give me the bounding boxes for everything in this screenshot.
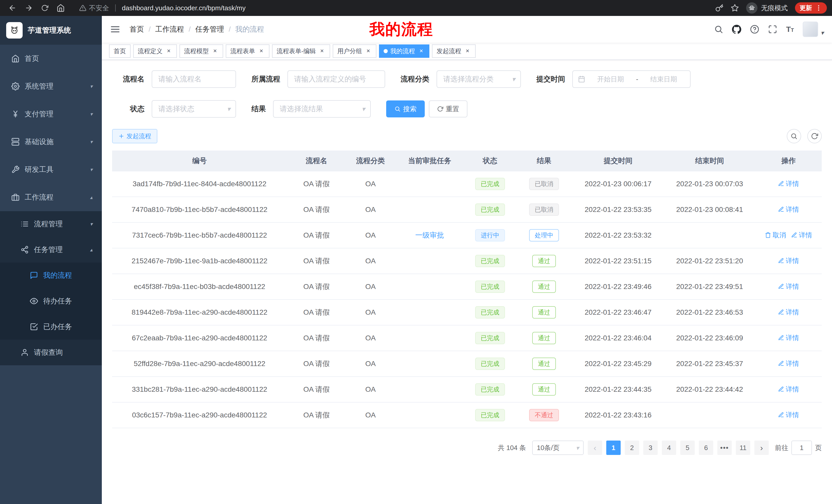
toggle-search-button[interactable] xyxy=(787,129,801,143)
page-button-3[interactable]: 3 xyxy=(643,441,658,455)
tab-item-3[interactable]: 流程表单 xyxy=(226,45,269,58)
sidebar-item-done-tasks[interactable]: 已办任务 xyxy=(0,314,102,340)
pagination-prev[interactable] xyxy=(588,441,602,455)
cell-end-time xyxy=(664,222,755,248)
avatar[interactable] xyxy=(803,22,818,37)
browser-update-button[interactable]: 更新 xyxy=(795,2,827,13)
search-button[interactable]: 搜索 xyxy=(386,101,425,117)
search-button-label: 搜索 xyxy=(403,105,417,114)
sidebar-item-todo-tasks[interactable]: 待办任务 xyxy=(0,288,102,314)
gear-icon xyxy=(11,82,20,90)
detail-link[interactable]: 详情 xyxy=(778,411,799,419)
goto-page-input[interactable] xyxy=(791,441,812,455)
status-badge: 进行中 xyxy=(475,229,505,242)
tab-item-7[interactable]: 发起流程 xyxy=(432,45,476,58)
sidebar-item-payment[interactable]: 支付管理 xyxy=(0,100,102,128)
breadcrumb-item[interactable]: 任务管理 xyxy=(196,24,224,34)
detail-link[interactable]: 详情 xyxy=(778,256,799,265)
tab-item-4[interactable]: 流程表单-编辑 xyxy=(272,45,330,58)
github-icon[interactable] xyxy=(732,25,741,34)
detail-link[interactable]: 详情 xyxy=(778,179,799,188)
sidebar-item-task-mgmt[interactable]: 任务管理 xyxy=(0,237,102,262)
cell-category: OA xyxy=(346,171,395,197)
pagination-next[interactable] xyxy=(754,441,769,455)
submit-time-range-picker[interactable]: 开始日期 - 结束日期 xyxy=(572,71,691,88)
refresh-table-button[interactable] xyxy=(807,129,822,143)
tab-close-icon[interactable] xyxy=(365,48,372,55)
sidebar-item-workflow[interactable]: 工作流程 xyxy=(0,184,102,211)
tab-close-icon[interactable] xyxy=(464,48,471,55)
password-key-icon[interactable] xyxy=(715,4,724,12)
detail-link[interactable]: 详情 xyxy=(778,205,799,214)
approval-task-link[interactable]: 一级审批 xyxy=(415,231,444,239)
tab-item-0[interactable]: 首页 xyxy=(109,45,131,58)
tab-close-icon[interactable] xyxy=(211,48,218,55)
cell-category: OA xyxy=(346,402,395,428)
page-button-11[interactable]: 11 xyxy=(736,441,750,455)
tab-close-icon[interactable] xyxy=(165,48,172,55)
detail-link[interactable]: 详情 xyxy=(778,333,799,342)
sidebar-item-my-process[interactable]: 我的流程 xyxy=(0,262,102,288)
bookmark-star-icon[interactable] xyxy=(731,4,739,12)
status-select[interactable]: 请选择状态 xyxy=(152,100,236,118)
user-menu[interactable] xyxy=(803,22,824,37)
tab-label: 流程表单-编辑 xyxy=(277,47,316,55)
cancel-link[interactable]: 取消 xyxy=(765,231,786,240)
table-row: 67c2eaab-7b9a-11ec-a290-acde48001122OA 请… xyxy=(112,325,822,351)
cell-status: 已完成 xyxy=(464,300,516,325)
sidebar-item-home[interactable]: 首页 xyxy=(0,45,102,73)
result-select[interactable]: 请选择流结果 xyxy=(273,100,371,118)
page-size-select[interactable]: 10条/页 xyxy=(532,441,583,455)
browser-home-icon[interactable] xyxy=(57,4,65,12)
page-button-4[interactable]: 4 xyxy=(662,441,676,455)
reset-button[interactable]: 重置 xyxy=(429,101,467,117)
breadcrumb-item[interactable]: 首页 xyxy=(130,24,144,34)
cell-id: 331bc281-7b9a-11ec-a290-acde48001122 xyxy=(112,376,287,402)
tab-item-5[interactable]: 用户分组 xyxy=(333,45,376,58)
detail-link[interactable]: 详情 xyxy=(778,359,799,368)
detail-link[interactable]: 详情 xyxy=(778,282,799,291)
cell-status: 已完成 xyxy=(464,171,516,197)
tab-close-icon[interactable] xyxy=(418,48,425,55)
tab-close-icon[interactable] xyxy=(318,48,326,55)
tab-item-1[interactable]: 流程定义 xyxy=(133,45,177,58)
category-select[interactable]: 请选择流程分类 xyxy=(437,71,521,88)
tab-item-6[interactable]: 我的流程 xyxy=(379,45,430,58)
page-button-2[interactable]: 2 xyxy=(625,441,639,455)
sidebar-item-system[interactable]: 系统管理 xyxy=(0,73,102,100)
process-name-input[interactable] xyxy=(152,71,236,88)
detail-link[interactable]: 详情 xyxy=(778,385,799,394)
page-button-1[interactable]: 1 xyxy=(606,441,621,455)
browser-forward-icon[interactable] xyxy=(25,4,33,12)
browser-reload-icon[interactable] xyxy=(41,4,48,11)
cell-submit-time: 2022-01-22 23:46:47 xyxy=(572,300,664,325)
browser-back-icon[interactable] xyxy=(8,4,17,12)
update-label: 更新 xyxy=(800,4,812,12)
process-def-input[interactable] xyxy=(287,71,385,88)
tab-close-icon[interactable] xyxy=(258,48,265,55)
page-button-6[interactable]: 6 xyxy=(699,441,713,455)
detail-link[interactable]: 详情 xyxy=(778,308,799,317)
sidebar-item-devtools[interactable]: 研发工具 xyxy=(0,156,102,184)
app-logo-row[interactable]: 芋道管理系统 xyxy=(0,16,102,45)
pagination-more[interactable]: ••• xyxy=(717,441,732,455)
breadcrumb-item[interactable]: 工作流程 xyxy=(155,24,184,34)
logo-cat-icon xyxy=(10,26,19,35)
cell-submit-time: 2022-01-22 23:51:15 xyxy=(572,248,664,274)
cell-result: 通过 xyxy=(516,376,572,402)
sidebar-item-infrastructure[interactable]: 基础设施 xyxy=(0,128,102,156)
detail-link[interactable]: 详情 xyxy=(791,231,812,240)
sidebar-item-leave-query[interactable]: 请假查询 xyxy=(0,340,102,365)
create-process-button[interactable]: 发起流程 xyxy=(112,129,157,143)
page-button-5[interactable]: 5 xyxy=(680,441,695,455)
font-size-icon[interactable] xyxy=(786,25,794,33)
tab-item-2[interactable]: 流程模型 xyxy=(179,45,223,58)
help-icon[interactable] xyxy=(750,25,759,34)
sidebar-item-process-mgmt[interactable]: 流程管理 xyxy=(0,211,102,237)
address-bar[interactable]: 不安全 dashboard.yudao.iocoder.cn/bpm/task/… xyxy=(79,4,245,12)
browser-menu-dots-icon[interactable] xyxy=(815,4,822,11)
hamburger-icon[interactable] xyxy=(110,24,120,34)
cell-actions: 详情 xyxy=(755,248,822,274)
search-icon[interactable] xyxy=(714,25,723,34)
fullscreen-icon[interactable] xyxy=(768,25,777,34)
